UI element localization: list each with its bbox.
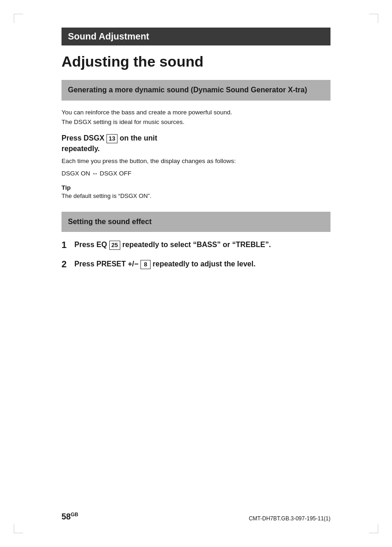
preset-button-box: 8 xyxy=(140,260,151,269)
footer-code: CMT-DH7BT.GB.3-097-195-11(1) xyxy=(249,515,330,522)
step2-text: Press PRESET +/− 8 repeatedly to adjust … xyxy=(74,259,330,269)
subsection2-banner: Setting the sound effect xyxy=(62,212,330,232)
section-title-banner: Sound Adjustment xyxy=(62,28,330,45)
corner-mark-tr xyxy=(369,14,378,23)
dsgx-off: DSGX OFF xyxy=(100,170,131,177)
step1: 1 Press EQ 25 repeatedly to select “BASS… xyxy=(62,239,330,250)
eq-button-box: 25 xyxy=(109,241,120,250)
step2-suffix: repeatedly to adjust the level. xyxy=(153,260,256,268)
press-dsgx-prefix: Press DSGX xyxy=(62,134,104,142)
tip-text: The default setting is “DSGX ON”. xyxy=(62,192,151,199)
subsection2-title: Setting the sound effect xyxy=(68,218,151,226)
press-dsgx-line: Press DSGX 13 on the unitrepeatedly. xyxy=(62,133,330,154)
tip-label: Tip xyxy=(62,184,71,191)
corner-mark-tl xyxy=(14,14,23,23)
page-number: 58GB xyxy=(62,512,78,522)
subsection1-title: Generating a more dynamic sound (Dynamic… xyxy=(68,86,307,94)
dsgx-on: DSGX ON xyxy=(62,170,90,177)
section-title-text: Sound Adjustment xyxy=(68,31,149,41)
dsgx-flow-line: DSGX ON ↔ DSGX OFF xyxy=(62,169,330,179)
step2-prefix: Press PRESET +/− xyxy=(74,260,139,268)
corner-mark-br xyxy=(369,524,378,533)
step1-suffix: repeatedly to select “BASS” or “TREBLE”. xyxy=(123,241,271,248)
step1-prefix: Press EQ xyxy=(74,241,107,248)
subsection1-banner: Generating a more dynamic sound (Dynamic… xyxy=(62,80,330,101)
dsgx-button-box: 13 xyxy=(106,134,118,143)
page-footer: 58GB CMT-DH7BT.GB.3-097-195-11(1) xyxy=(62,512,330,522)
step2: 2 Press PRESET +/− 8 repeatedly to adjus… xyxy=(62,259,330,270)
subsection2: Setting the sound effect 1 Press EQ 25 r… xyxy=(62,212,330,270)
step2-number: 2 xyxy=(62,259,74,270)
subsection1-body1: You can reinforce the bass and create a … xyxy=(62,108,330,127)
dsgx-arrow: ↔ xyxy=(92,170,100,177)
each-time-text: Each time you press the button, the disp… xyxy=(62,157,330,166)
tip-block: Tip The default setting is “DSGX ON”. xyxy=(62,183,330,201)
step1-text: Press EQ 25 repeatedly to select “BASS” … xyxy=(74,239,330,250)
step1-number: 1 xyxy=(62,239,74,250)
page: Sound Adjustment Adjusting the sound Gen… xyxy=(0,0,392,547)
main-heading: Adjusting the sound xyxy=(62,54,330,70)
corner-mark-bl xyxy=(14,524,23,533)
